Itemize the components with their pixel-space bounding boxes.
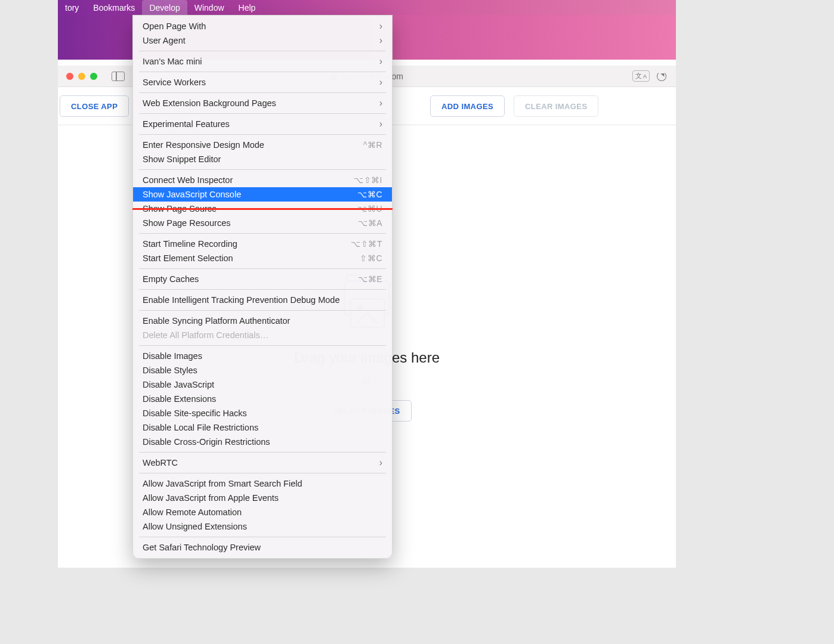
minimize-window-icon[interactable] — [78, 73, 85, 80]
menu-item-label: Disable JavaScript — [143, 380, 214, 389]
menu-item-enter-responsive-design-mode[interactable]: Enter Responsive Design Mode^⌘R — [133, 138, 392, 152]
menu-item-enable-intelligent-tracking-prevention-debug-mode[interactable]: Enable Intelligent Tracking Prevention D… — [133, 293, 392, 307]
menu-item-allow-unsigned-extensions[interactable]: Allow Unsigned Extensions — [133, 519, 392, 534]
menu-item-disable-local-file-restrictions[interactable]: Disable Local File Restrictions — [133, 420, 392, 435]
menu-item-label: Connect Web Inspector — [143, 175, 233, 185]
close-app-label: CLOSE APP — [71, 102, 118, 111]
add-images-label: ADD IMAGES — [441, 102, 493, 111]
menubar-item-tory[interactable]: tory — [58, 0, 86, 15]
chrome-right-controls: 文A — [632, 70, 666, 82]
menu-item-label: Open Page With — [143, 21, 206, 31]
menu-item-label: Enable Intelligent Tracking Prevention D… — [143, 295, 339, 305]
menu-item-label: Disable Styles — [143, 366, 197, 375]
menu-item-open-page-with[interactable]: Open Page With› — [133, 19, 392, 33]
menu-item-show-javascript-console[interactable]: Show JavaScript Console⌥⌘C — [133, 187, 392, 202]
menu-shortcut: ⌥⇧⌘T — [351, 239, 382, 249]
menu-item-label: Show Page Resources — [143, 218, 231, 228]
menu-item-disable-site-specific-hacks[interactable]: Disable Site-specific Hacks — [133, 406, 392, 420]
reload-icon[interactable] — [657, 72, 666, 81]
menu-shortcut: ⌥⇧⌘I — [354, 175, 382, 185]
close-window-icon[interactable] — [66, 73, 73, 80]
develop-dropdown-menu: Open Page With›User Agent›Ivan's Mac min… — [132, 15, 393, 559]
menu-separator — [139, 92, 386, 93]
menu-item-label: Allow Remote Automation — [143, 507, 242, 517]
menu-item-web-extension-background-pages[interactable]: Web Extension Background Pages› — [133, 96, 392, 110]
menu-item-connect-web-inspector[interactable]: Connect Web Inspector⌥⇧⌘I — [133, 173, 392, 187]
menu-item-label: Disable Cross-Origin Restrictions — [143, 437, 270, 447]
sidebar-toggle-icon[interactable] — [112, 72, 125, 81]
menu-item-disable-cross-origin-restrictions[interactable]: Disable Cross-Origin Restrictions — [133, 435, 392, 449]
menu-separator — [139, 72, 386, 72]
menu-separator — [139, 169, 386, 170]
chevron-right-icon: › — [379, 35, 382, 46]
menu-item-disable-javascript[interactable]: Disable JavaScript — [133, 377, 392, 392]
menu-shortcut: ^⌘R — [363, 140, 382, 150]
menu-separator — [139, 473, 386, 473]
window-controls — [66, 73, 97, 80]
menu-item-label: Enable Syncing Platform Authenticator — [143, 316, 290, 326]
menu-item-get-safari-technology-preview[interactable]: Get Safari Technology Preview — [133, 540, 392, 555]
menu-item-delete-all-platform-credentials: Delete All Platform Credentials… — [133, 328, 392, 342]
menu-item-label: Get Safari Technology Preview — [143, 543, 261, 552]
menu-item-label: Disable Images — [143, 351, 202, 361]
menu-item-label: WebRTC — [143, 458, 178, 467]
menu-separator — [139, 537, 386, 537]
menu-item-label: Enter Responsive Design Mode — [143, 140, 264, 150]
chevron-right-icon: › — [379, 56, 382, 67]
menu-shortcut: ⌥⌘A — [358, 218, 382, 228]
menu-item-label: Allow Unsigned Extensions — [143, 522, 247, 531]
menu-item-label: Web Extension Background Pages — [143, 98, 276, 108]
menu-item-disable-styles[interactable]: Disable Styles — [133, 363, 392, 377]
menu-shortcut: ⌥⌘C — [357, 190, 382, 199]
menu-item-allow-javascript-from-smart-search-field[interactable]: Allow JavaScript from Smart Search Field — [133, 476, 392, 491]
chevron-right-icon: › — [379, 77, 382, 88]
menu-item-label: Show Snippet Editor — [143, 154, 221, 164]
menu-separator — [139, 289, 386, 290]
menu-item-label: Disable Extensions — [143, 394, 216, 404]
chevron-right-icon: › — [379, 119, 382, 129]
add-images-button[interactable]: ADD IMAGES — [430, 95, 505, 117]
menu-separator — [139, 452, 386, 453]
clear-images-button[interactable]: CLEAR IMAGES — [514, 95, 598, 117]
menu-item-empty-caches[interactable]: Empty Caches⌥⌘E — [133, 272, 392, 286]
maximize-window-icon[interactable] — [90, 73, 97, 80]
app-window: toryBookmarksDevelopWindowHelp watermark… — [58, 0, 676, 568]
menu-item-label: Ivan's Mac mini — [143, 57, 202, 66]
menu-item-allow-javascript-from-apple-events[interactable]: Allow JavaScript from Apple Events — [133, 491, 392, 505]
menu-item-disable-images[interactable]: Disable Images — [133, 349, 392, 363]
menu-item-start-element-selection[interactable]: Start Element Selection⇧⌘C — [133, 251, 392, 265]
close-app-button[interactable]: CLOSE APP — [60, 95, 129, 117]
menu-item-label: Start Element Selection — [143, 253, 233, 263]
menu-item-ivan-s-mac-mini[interactable]: Ivan's Mac mini› — [133, 54, 392, 69]
menu-item-allow-remote-automation[interactable]: Allow Remote Automation — [133, 505, 392, 519]
menu-item-experimental-features[interactable]: Experimental Features› — [133, 117, 392, 131]
menu-item-label: Show JavaScript Console — [143, 190, 241, 199]
menubar-item-develop[interactable]: Develop — [142, 0, 187, 15]
menu-item-user-agent[interactable]: User Agent› — [133, 33, 392, 48]
menu-item-service-workers[interactable]: Service Workers› — [133, 75, 392, 89]
menu-item-label: Allow JavaScript from Smart Search Field — [143, 479, 302, 488]
menubar-item-bookmarks[interactable]: Bookmarks — [86, 0, 142, 15]
menu-item-label: User Agent — [143, 36, 186, 45]
menu-item-disable-extensions[interactable]: Disable Extensions — [133, 392, 392, 406]
menu-separator — [139, 268, 386, 269]
menu-separator — [139, 310, 386, 311]
translate-icon[interactable]: 文A — [632, 70, 650, 82]
menu-shortcut: ⌥⌘E — [358, 274, 382, 284]
menu-item-webrtc[interactable]: WebRTC› — [133, 456, 392, 470]
menu-item-show-page-resources[interactable]: Show Page Resources⌥⌘A — [133, 216, 392, 230]
menu-item-label: Empty Caches — [143, 274, 199, 284]
menu-item-start-timeline-recording[interactable]: Start Timeline Recording⌥⇧⌘T — [133, 237, 392, 251]
menubar-item-window[interactable]: Window — [187, 0, 231, 15]
clear-images-label: CLEAR IMAGES — [525, 102, 587, 111]
menu-item-show-snippet-editor[interactable]: Show Snippet Editor — [133, 152, 392, 166]
chevron-right-icon: › — [379, 98, 382, 109]
menubar-item-help[interactable]: Help — [231, 0, 263, 15]
menu-item-label: Experimental Features — [143, 119, 230, 129]
menu-item-enable-syncing-platform-authenticator[interactable]: Enable Syncing Platform Authenticator — [133, 314, 392, 328]
menu-item-label: Disable Site-specific Hacks — [143, 408, 247, 418]
chevron-right-icon: › — [379, 457, 382, 468]
menu-separator — [139, 233, 386, 234]
annotation-underline — [132, 208, 393, 210]
macos-menubar: toryBookmarksDevelopWindowHelp — [58, 0, 676, 15]
